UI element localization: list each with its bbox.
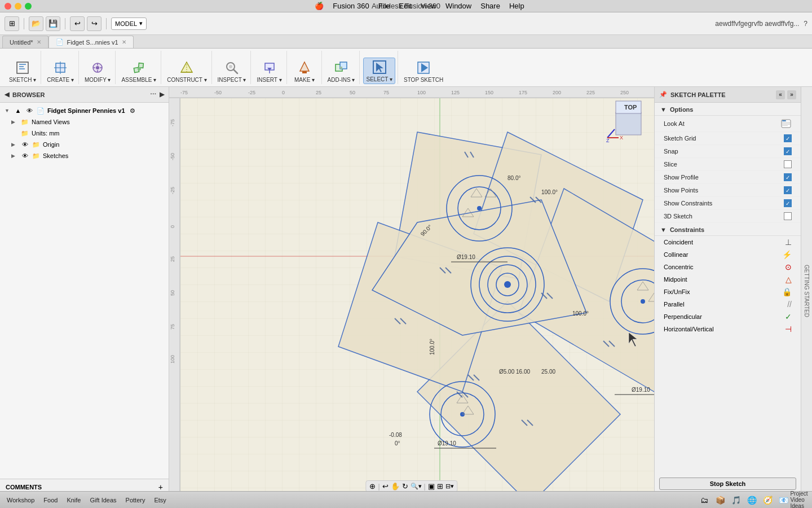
ribbon-construct-button[interactable]: CONSTRUCT	[165, 59, 209, 84]
palette-sketch-grid-row[interactable]: Sketch Grid ✓	[655, 132, 801, 145]
add-comment-btn[interactable]: +	[158, 483, 163, 492]
mode-selector[interactable]: MODEL ▾	[111, 17, 147, 30]
ribbon-inspect-button[interactable]: INSPECT	[215, 59, 249, 84]
canvas-undo-btn[interactable]: ↩	[382, 482, 389, 491]
constraint-concentric-row[interactable]: Concentric ⊙	[655, 261, 801, 273]
redo-button[interactable]: ↪	[87, 16, 102, 31]
origin-toggle[interactable]: ▶	[11, 142, 18, 147]
snap-checkbox[interactable]: ✓	[784, 147, 792, 155]
browser-item-root[interactable]: ▼ ▲ 👁 📄 Fidget Spinner Pennies v1 ⚙	[0, 105, 169, 116]
sketches-vis-icon[interactable]: 👁	[20, 151, 29, 160]
open-file-button[interactable]: 📂	[29, 16, 43, 31]
constraint-midpoint-row[interactable]: Midpoint △	[655, 273, 801, 286]
undo-button[interactable]: ↩	[70, 16, 85, 31]
show-profile-checkbox[interactable]: ✓	[784, 173, 792, 181]
ribbon-make-button[interactable]: MAKE	[292, 59, 317, 84]
sketches-toggle[interactable]: ▶	[11, 153, 18, 159]
palette-look-at-row[interactable]: Look At	[655, 116, 801, 132]
ribbon-modify-button[interactable]: MODIFY	[82, 59, 113, 84]
apple-menu[interactable]: 🍎	[315, 2, 324, 10]
ribbon-assemble-button[interactable]: ASSEMBLE	[119, 59, 158, 84]
constraint-coincident-row[interactable]: Coincident ⊥	[655, 236, 801, 248]
canvas-grid-btn[interactable]: ⊞	[437, 482, 443, 491]
taskbar-food[interactable]: Food	[43, 497, 58, 503]
taskbar-icon-email[interactable]: 📧	[777, 494, 789, 506]
canvas-display-btn[interactable]: ▣	[428, 482, 435, 491]
palette-options-header[interactable]: ▼ Options	[655, 103, 801, 116]
close-button[interactable]	[5, 3, 11, 10]
palette-slice-row[interactable]: Slice	[655, 158, 801, 171]
maximize-button[interactable]	[25, 3, 32, 10]
browser-item-units[interactable]: ▶ 📁 Units: mm	[0, 128, 169, 139]
ribbon-stopsketch-button[interactable]: STOP SKETCH	[401, 59, 445, 84]
palette-show-points-row[interactable]: Show Points ✓	[655, 184, 801, 197]
root-settings-icon[interactable]: ⚙	[130, 107, 135, 115]
3d-sketch-checkbox[interactable]	[784, 212, 792, 220]
stop-sketch-button[interactable]: Stop Sketch	[659, 478, 796, 490]
palette-expand-btn[interactable]: «	[776, 90, 785, 99]
constraint-perpendicular-row[interactable]: Perpendicular ✓	[655, 310, 801, 323]
root-toggle[interactable]: ▼	[5, 108, 11, 113]
canvas-pan-btn[interactable]: ✋	[391, 482, 400, 491]
named-views-toggle[interactable]: ▶	[11, 119, 18, 125]
canvas-orbit-btn[interactable]: ↻	[402, 482, 408, 491]
browser-collapse-btn[interactable]: ◀	[5, 91, 9, 98]
minimize-button[interactable]	[15, 3, 21, 10]
ribbon-addins-button[interactable]: ADD-INS	[325, 59, 358, 84]
palette-snap-row[interactable]: Snap ✓	[655, 145, 801, 158]
help-menu[interactable]: Help	[509, 2, 524, 10]
ribbon-select-button[interactable]: SELECT	[363, 58, 395, 84]
constraint-collinear-row[interactable]: Collinear ⚡	[655, 248, 801, 261]
fusion-menu[interactable]: Fusion 360	[333, 2, 369, 10]
browser-item-origin[interactable]: ▶ 👁 📁 Origin	[0, 139, 169, 150]
browser-expand-btn[interactable]: ▶	[160, 91, 164, 98]
taskbar-icon-finder[interactable]: 🗂	[698, 494, 710, 506]
canvas-view-options-btn[interactable]: ⊟▾	[445, 483, 454, 490]
palette-close-btn[interactable]: »	[787, 90, 796, 99]
ribbon-sketch-button[interactable]: SKETCH	[7, 59, 38, 84]
browser-item-named-views[interactable]: ▶ 📁 Named Views	[0, 116, 169, 128]
taskbar-etsy[interactable]: Etsy	[154, 497, 166, 503]
taskbar-gift-ideas[interactable]: Gift Ideas	[90, 497, 116, 503]
taskbar-icon-safari[interactable]: 🧭	[761, 494, 774, 506]
ribbon-create-button[interactable]: CREATE	[45, 59, 76, 84]
constraint-fix-row[interactable]: Fix/UnFix 🔒	[655, 286, 801, 298]
look-at-icon[interactable]	[780, 118, 792, 129]
origin-vis-icon[interactable]: 👁	[20, 140, 29, 149]
taskbar-knife[interactable]: Knife	[67, 497, 81, 503]
save-button[interactable]: 💾	[46, 16, 60, 31]
canvas-zoom-options-btn[interactable]: 🔍▾	[411, 483, 422, 490]
tab-untitled-close[interactable]: ✕	[37, 39, 41, 45]
taskbar-icon-browser[interactable]: 📦	[714, 494, 726, 506]
palette-show-constraints-row[interactable]: Show Constraints ✓	[655, 197, 801, 210]
view-cube[interactable]: TOP Z X	[604, 98, 650, 143]
sketch-canvas[interactable]: Ø19.10 Ø19.10 Ø19.10 Ø5.00 16.00 25.00 8…	[180, 98, 654, 494]
taskbar-workshop[interactable]: Workshop	[7, 497, 34, 503]
app-grid-button[interactable]: ⊞	[5, 16, 19, 31]
tab-fidget-close[interactable]: ✕	[122, 39, 126, 45]
browser-menu-btn[interactable]: ⋯	[150, 91, 156, 98]
show-points-checkbox[interactable]: ✓	[784, 186, 792, 194]
tab-untitled[interactable]: Untitled* ✕	[2, 36, 48, 48]
help-button[interactable]: ?	[804, 20, 807, 28]
tab-fidget[interactable]: 📄 Fidget S...nnies v1 ✕	[48, 36, 134, 48]
constraint-horiz-vert-row[interactable]: Horizontal/Vertical ⊣	[655, 323, 801, 335]
window-menu[interactable]: Window	[445, 2, 471, 10]
ribbon-insert-button[interactable]: INSERT	[254, 59, 284, 84]
sketch-grid-checkbox[interactable]: ✓	[784, 134, 792, 142]
palette-show-profile-row[interactable]: Show Profile ✓	[655, 171, 801, 184]
taskbar-icon-music[interactable]: 🎵	[730, 494, 742, 506]
palette-3d-sketch-row[interactable]: 3D Sketch	[655, 210, 801, 223]
root-vis-icon[interactable]: 👁	[25, 106, 34, 115]
browser-item-sketches[interactable]: ▶ 👁 📁 Sketches	[0, 150, 169, 161]
constraint-parallel-row[interactable]: Parallel //	[655, 298, 801, 310]
canvas-area[interactable]: -75 -50 -25 0 25 50 75 100 125 150 175 2…	[169, 87, 654, 494]
taskbar-pottery[interactable]: Pottery	[126, 497, 145, 503]
palette-constraints-header[interactable]: ▼ Constraints	[655, 223, 801, 236]
show-constraints-checkbox[interactable]: ✓	[784, 199, 792, 207]
taskbar-icon-chrome[interactable]: 🌐	[745, 494, 758, 506]
slice-checkbox[interactable]	[784, 160, 792, 168]
getting-started-panel[interactable]: GETTING STARTED	[801, 87, 812, 494]
canvas-origin-btn[interactable]: ⊕	[369, 482, 376, 491]
share-menu[interactable]: Share	[480, 2, 500, 10]
